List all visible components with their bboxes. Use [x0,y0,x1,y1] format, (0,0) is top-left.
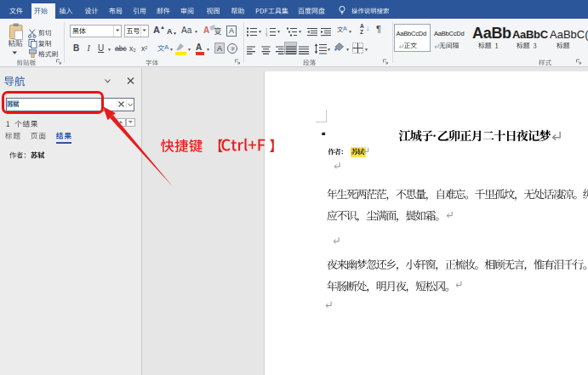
svg-text:3: 3 [265,33,268,37]
